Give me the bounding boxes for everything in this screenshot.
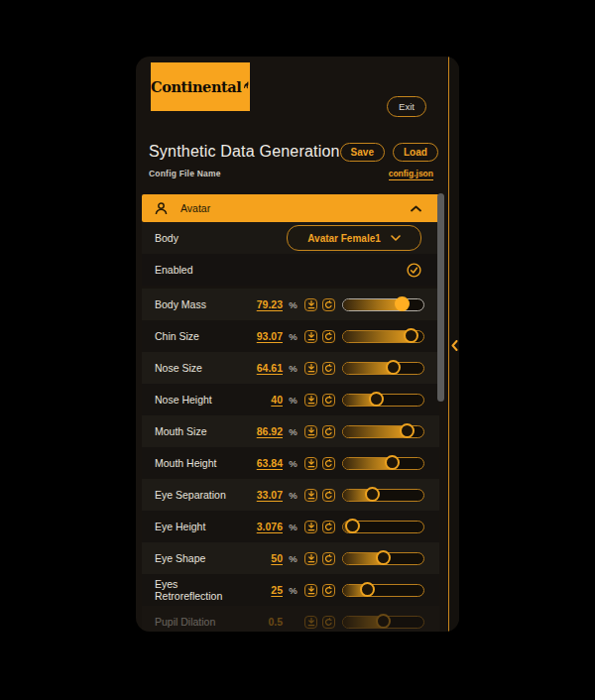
slider-label: Eye Shape (149, 552, 235, 564)
slider-value[interactable]: 0.5 (235, 616, 283, 628)
config-file-label: Config File Name (149, 169, 221, 178)
scrollbar-thumb[interactable] (437, 193, 444, 402)
slider-value[interactable]: 33.07 (235, 489, 283, 501)
person-icon (154, 201, 169, 216)
slider-thumb[interactable] (395, 296, 410, 311)
reset-icon (324, 523, 333, 531)
apply-value-button[interactable] (304, 425, 317, 438)
slider-value[interactable]: 63.84 (235, 457, 283, 469)
arrow-down-icon (307, 523, 315, 531)
slider-thumb[interactable] (345, 519, 360, 533)
apply-value-button[interactable] (304, 552, 317, 565)
slider-value[interactable]: 50 (235, 552, 283, 564)
slider-row: Pupil Dilation 0.5 (142, 606, 439, 632)
reset-icon (324, 491, 333, 500)
arrow-down-icon (307, 396, 315, 405)
slider-track[interactable] (342, 425, 424, 438)
body-label: Body (155, 232, 287, 244)
slider-thumb[interactable] (376, 550, 391, 565)
slider-track[interactable] (342, 298, 424, 311)
reset-value-button[interactable] (322, 521, 335, 533)
reset-value-button[interactable] (322, 330, 335, 343)
reset-value-button[interactable] (322, 489, 335, 502)
slider-thumb[interactable] (385, 455, 400, 470)
slider-track[interactable] (342, 489, 424, 502)
horse-icon (243, 78, 250, 92)
slider-label: Body Mass (149, 298, 235, 310)
slider-thumb[interactable] (404, 328, 418, 343)
slider-thumb[interactable] (400, 423, 415, 438)
config-file-link[interactable]: config.json (389, 169, 433, 180)
slider-row: Nose Size 64.61 % (142, 352, 439, 384)
slider-value[interactable]: 40 (235, 394, 283, 406)
reset-value-button[interactable] (322, 584, 335, 597)
slider-row: Chin Size 93.07 % (142, 320, 439, 352)
body-dropdown[interactable]: Avatar Female1 (287, 225, 421, 251)
apply-value-button[interactable] (304, 330, 317, 343)
slider-label: Eye Separation (149, 489, 235, 501)
collapse-panel-button[interactable] (449, 337, 459, 353)
load-button[interactable]: Load (393, 143, 438, 162)
slider-thumb[interactable] (360, 582, 375, 597)
apply-value-button[interactable] (304, 584, 317, 597)
slider-track[interactable] (342, 330, 424, 343)
arrow-down-icon (307, 554, 315, 563)
slider-value[interactable]: 3.076 (235, 521, 283, 532)
continental-logo-text: Continental (151, 78, 241, 95)
slider-track[interactable] (342, 457, 424, 470)
slider-label: Eyes Retroreflection (149, 578, 235, 602)
slider-track[interactable] (342, 521, 424, 533)
slider-thumb[interactable] (386, 360, 401, 375)
reset-value-button[interactable] (322, 552, 335, 565)
reset-icon (324, 618, 333, 627)
reset-value-button[interactable] (322, 425, 335, 438)
percent-sign: % (287, 458, 299, 469)
slider-thumb[interactable] (365, 487, 380, 502)
slider-value[interactable]: 79.23 (235, 298, 283, 310)
chevron-left-icon (451, 340, 458, 351)
percent-sign: % (287, 585, 299, 596)
arrow-down-icon (307, 332, 315, 341)
page-title: Synthetic Data Generation (149, 143, 340, 161)
body-row: Body Avatar Female1 (142, 222, 439, 254)
reset-icon (324, 427, 333, 436)
slider-track[interactable] (342, 584, 424, 597)
reset-value-button[interactable] (322, 362, 335, 375)
arrow-down-icon (307, 300, 315, 309)
slider-value[interactable]: 25 (235, 584, 283, 596)
slider-value[interactable]: 86.92 (235, 425, 283, 437)
slider-thumb[interactable] (369, 392, 384, 407)
slider-value[interactable]: 64.61 (235, 362, 283, 374)
percent-sign: % (287, 395, 299, 406)
save-button[interactable]: Save (340, 143, 385, 162)
apply-value-button[interactable] (304, 362, 317, 375)
apply-value-button[interactable] (304, 394, 317, 407)
reset-value-button[interactable] (322, 457, 335, 470)
slider-thumb[interactable] (376, 614, 391, 629)
arrow-down-icon (307, 491, 315, 500)
percent-sign: % (287, 522, 299, 532)
slider-label: Mouth Size (149, 425, 235, 437)
slider-track[interactable] (342, 552, 424, 565)
enabled-label: Enabled (155, 264, 407, 276)
slider-track[interactable] (342, 362, 424, 375)
apply-value-button[interactable] (304, 489, 317, 502)
reset-value-button[interactable] (322, 616, 335, 629)
body-dropdown-value: Avatar Female1 (307, 233, 381, 244)
reset-value-button[interactable] (322, 394, 335, 407)
exit-button[interactable]: Exit (387, 96, 426, 117)
slider-value[interactable]: 93.07 (235, 330, 283, 342)
slider-track[interactable] (342, 394, 424, 407)
slider-label: Nose Height (149, 394, 235, 406)
apply-value-button[interactable] (304, 616, 317, 629)
apply-value-button[interactable] (304, 457, 317, 470)
avatar-section-header[interactable]: Avatar (142, 194, 439, 222)
reset-value-button[interactable] (322, 298, 335, 311)
apply-value-button[interactable] (304, 521, 317, 533)
continental-logo: Continental (151, 62, 250, 111)
apply-value-button[interactable] (304, 298, 317, 311)
collapse-strip (448, 57, 459, 632)
slider-track[interactable] (342, 616, 424, 629)
check-circle-icon[interactable] (407, 263, 421, 278)
slider-label: Nose Size (149, 362, 235, 374)
